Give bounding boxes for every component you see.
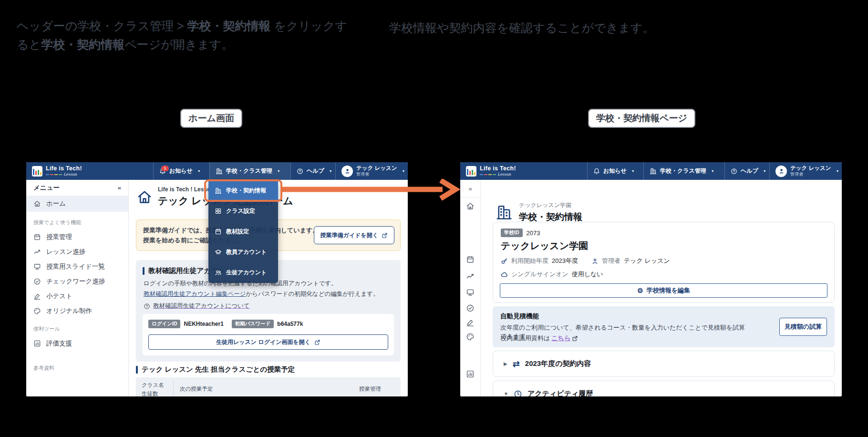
- bar-chart-icon: [33, 340, 41, 347]
- start-year-label: 利用開始年度: [511, 257, 548, 265]
- activity-accordion[interactable]: ▼ アクティビティ履歴: [493, 381, 835, 396]
- caption-left-bold1: 学校・契約情報: [187, 19, 271, 32]
- caret-down-icon: ▼: [504, 391, 508, 396]
- sidebar-item-original[interactable]: オリジナル制作: [26, 303, 128, 318]
- monitor-icon[interactable]: [460, 288, 480, 297]
- password-badge: 初期パスワード: [232, 320, 274, 328]
- collapsed-sidebar: »: [460, 180, 481, 396]
- nav-help[interactable]: ヘルプ ▼: [724, 162, 769, 180]
- estimate-title: 自動見積機能: [500, 312, 539, 321]
- home-icon[interactable]: [460, 202, 480, 210]
- schedule-table-header: クラス名生徒数 次の授業予定 授業管理: [136, 377, 401, 396]
- caret-down-icon: ▼: [836, 169, 839, 173]
- bar-chart-icon[interactable]: [460, 370, 480, 378]
- nav-school-class-management[interactable]: 学校・クラス管理 ▼: [209, 162, 290, 180]
- sidebar-item-label: ホーム: [46, 199, 66, 208]
- gear-icon: ⚙: [637, 287, 643, 294]
- logo-icon: [32, 166, 42, 177]
- open-student-login-button[interactable]: 生徒用レッスン ログイン画面を開く: [148, 334, 388, 350]
- about-account-link[interactable]: 教材確認用生徒アカウントについて: [153, 302, 250, 310]
- login-id-badge: ログインID: [148, 320, 180, 328]
- nav-help-label: ヘルプ: [307, 167, 324, 175]
- home-icon: [136, 189, 153, 205]
- dropdown-item-class-settings[interactable]: クラス設定: [208, 201, 278, 221]
- palette-icon[interactable]: [460, 333, 480, 341]
- calendar-icon: [215, 228, 222, 235]
- question-icon: [297, 168, 303, 175]
- school-info-card: 学校ID 2073 テックレッスン学園 利用開始年度 2023年度 管理者 テッ…: [493, 222, 835, 303]
- avatar-icon: [775, 166, 787, 177]
- external-link-icon: [314, 339, 320, 345]
- building-icon: [496, 204, 513, 221]
- nav-help[interactable]: ヘルプ ▼: [290, 162, 335, 180]
- home-icon: [33, 200, 41, 208]
- estimate-panel: 自動見積機能 次年度のご利用について、希望されるコース・数量を入力いただくことで…: [493, 306, 835, 347]
- edit-school-info-button[interactable]: ⚙ 学校情報を編集: [500, 283, 827, 298]
- sidebar-item-class-management[interactable]: 授業管理: [26, 229, 128, 244]
- nav-notifications[interactable]: お知らせ ▼: [587, 162, 643, 180]
- caret-down-icon: ▼: [631, 169, 635, 173]
- app-header: Life is Tech! Lesson お知らせ ▼ 学校・クラス管理 ▼ ヘ…: [460, 162, 842, 180]
- account-role: 管理者: [356, 172, 397, 177]
- dropdown-item-school-contract[interactable]: 学校・契約情報: [208, 180, 278, 201]
- nav-account[interactable]: テック レッスン 管理者 ▼: [335, 162, 408, 180]
- dropdown-item-student-accounts[interactable]: 生徒アカウント: [208, 262, 278, 283]
- sidebar-item-lesson-progress[interactable]: レッスン進捗: [26, 244, 128, 259]
- trend-icon: [33, 248, 41, 256]
- estimate-doc-link[interactable]: こちら: [551, 334, 570, 343]
- caption-left-pre: ヘッダーの学校・クラス管理 >: [17, 19, 187, 32]
- nav-account[interactable]: テック レッスン 管理者 ▼: [769, 162, 842, 180]
- sidebar-item-quiz[interactable]: 小テスト: [26, 289, 128, 303]
- key-icon: [501, 258, 508, 265]
- school-class-dropdown: 学校・契約情報 クラス設定 教材設定 教員アカウント 生徒アカウント: [208, 180, 278, 283]
- dropdown-item-material-settings[interactable]: 教材設定: [208, 221, 278, 242]
- calendar-icon: [33, 233, 41, 241]
- admin-value: テック レッスン: [624, 257, 670, 265]
- school-id-value: 2073: [527, 229, 540, 237]
- expand-sidebar-icon[interactable]: »: [460, 180, 480, 198]
- schedule-section-title: テック レッスン 先生 担当クラスごとの授業予定: [136, 365, 295, 374]
- nav-school-class-management[interactable]: 学校・クラス管理 ▼: [643, 162, 724, 180]
- account-name: テック レッスン: [790, 165, 831, 172]
- graduation-cap-icon: [215, 249, 222, 256]
- logo-title: Life is Tech!: [46, 166, 82, 172]
- credentials-card: ログインID NEKHteacher1 初期パスワード b64a577k 生徒用…: [143, 314, 394, 355]
- page-title-block: テックレッスン学園 学校・契約情報: [496, 201, 582, 223]
- tag-school-info-page: 学校・契約情報ページ: [588, 109, 695, 128]
- sso-value: 使用しない: [572, 270, 603, 279]
- calendar-icon[interactable]: [460, 255, 480, 264]
- app-logo[interactable]: Life is Tech! Lesson: [460, 162, 587, 180]
- contract-accordion[interactable]: ▶ ⇄ 2023年度の契約内容: [493, 351, 835, 377]
- building-icon: [215, 187, 222, 194]
- estimate-trial-button[interactable]: 見積額の試算: [779, 318, 827, 336]
- start-year-value: 2023年度: [552, 257, 578, 265]
- app-header: Life is Tech! Lesson 1 お知らせ ▼ 学校・クラス管理 ▼…: [26, 162, 408, 180]
- caption-left: ヘッダーの学校・クラス管理 > 学校・契約情報 をクリックすると学校・契約情報ペ…: [17, 17, 356, 54]
- swap-arrows-icon: ⇄: [513, 360, 520, 368]
- column-class-name: クラス名: [142, 382, 164, 388]
- check-circle-icon[interactable]: [460, 304, 480, 312]
- pencil-icon[interactable]: [460, 318, 480, 327]
- trend-icon[interactable]: [460, 272, 480, 281]
- sidebar-item-checkwork[interactable]: チェックワーク進捗: [26, 274, 128, 289]
- collapse-sidebar-icon[interactable]: «: [118, 184, 121, 191]
- palette-icon: [33, 307, 41, 315]
- nav-notifications[interactable]: 1 お知らせ ▼: [153, 162, 209, 180]
- open-lesson-guide-button[interactable]: 授業準備ガイドを開く: [314, 226, 394, 244]
- clock-icon: [514, 390, 522, 397]
- dropdown-item-teacher-accounts[interactable]: 教員アカウント: [208, 242, 278, 262]
- school-name: テックレッスン学園: [501, 239, 588, 252]
- sidebar-item-label: 評価支援: [46, 339, 72, 348]
- nav-school-label: 学校・クラス管理: [226, 167, 272, 175]
- school-info-main: テックレッスン学園 学校・契約情報 学校ID 2073 テックレッスン学園 利用…: [481, 180, 842, 396]
- edit-account-link[interactable]: 教材確認用生徒アカウント編集ページ: [144, 291, 246, 297]
- app-logo[interactable]: Life is Tech! Lesson: [26, 162, 153, 180]
- logo-title: Life is Tech!: [480, 166, 516, 172]
- sidebar-item-home[interactable]: ホーム: [26, 196, 128, 212]
- caret-down-icon: ▼: [197, 169, 201, 173]
- account-role: 管理者: [790, 172, 831, 177]
- column-next-lesson: 次の授業予定: [180, 385, 213, 393]
- logo-subtitle: Lesson: [46, 173, 82, 177]
- sidebar-item-evaluation[interactable]: 評価支援: [26, 336, 128, 351]
- sidebar-item-slides[interactable]: 授業用スライド一覧: [26, 259, 128, 274]
